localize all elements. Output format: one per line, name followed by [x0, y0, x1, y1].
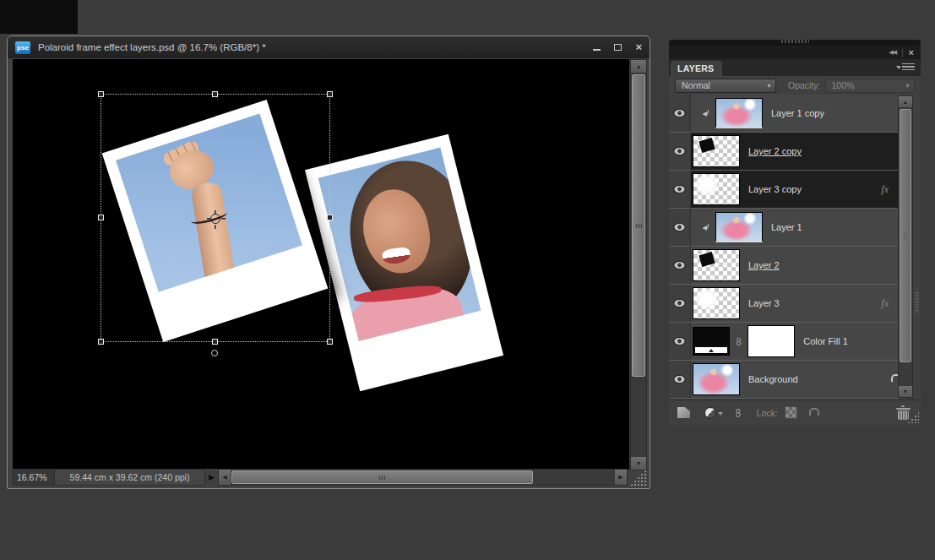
- scroll-right-button[interactable]: ▶: [615, 470, 627, 485]
- transform-handle-middle-right[interactable]: [327, 215, 333, 220]
- document-window: pse Polaroid frame effect layers.psd @ 1…: [7, 35, 650, 489]
- layer-row-layer-1[interactable]: Layer 1: [669, 209, 899, 247]
- visibility-toggle[interactable]: [669, 171, 691, 208]
- zoom-level-field[interactable]: 16.67%: [13, 469, 55, 486]
- layer-row-layer-2[interactable]: Layer 2: [669, 247, 899, 285]
- blend-mode-dropdown[interactable]: Normal ▼: [675, 79, 776, 93]
- layer-thumbnail[interactable]: [693, 249, 740, 281]
- scroll-down-button[interactable]: ▼: [631, 457, 646, 470]
- clipping-mask-arrow-icon: [701, 223, 709, 231]
- layer-name[interactable]: Layer 2: [748, 260, 780, 270]
- transform-reference-point[interactable]: [210, 214, 220, 224]
- visibility-toggle[interactable]: [669, 133, 691, 170]
- transform-handle-top-left[interactable]: [98, 91, 104, 97]
- panel-menu-icon[interactable]: [902, 63, 915, 71]
- adjustment-layer-caret-icon[interactable]: [718, 412, 723, 418]
- visibility-toggle[interactable]: [669, 361, 691, 398]
- panel-header: ◀◀ | ×: [669, 46, 921, 59]
- transform-handle-bottom-right[interactable]: [327, 339, 333, 345]
- layer-row-background[interactable]: Background: [669, 361, 899, 399]
- rotate-handle[interactable]: [211, 350, 218, 356]
- layer-effects-icon[interactable]: fx: [881, 183, 889, 196]
- document-title: Polaroid frame effect layers.psd @ 16.7%…: [38, 42, 266, 52]
- adjustment-layer-icon[interactable]: [704, 407, 716, 419]
- fill-swatch-strip: [695, 347, 727, 353]
- layer-name[interactable]: Layer 3: [748, 298, 780, 308]
- layer-thumbnail[interactable]: [693, 287, 740, 319]
- polaroid-portrait-photo[interactable]: [305, 134, 503, 391]
- chevron-down-icon: ▼: [905, 83, 911, 89]
- layer-name[interactable]: Layer 3 copy: [748, 184, 802, 194]
- white-shadow-shape: [696, 289, 718, 309]
- scroll-left-button[interactable]: ◀: [219, 470, 231, 485]
- panel-drag-grip[interactable]: [780, 40, 809, 43]
- visibility-toggle[interactable]: [669, 285, 691, 322]
- eye-icon: [673, 337, 686, 345]
- layer-row-layer-3-copy[interactable]: Layer 3 copy fx: [669, 171, 899, 209]
- menubar-remnant: [0, 0, 78, 34]
- layer-row-layer-3[interactable]: Layer 3 fx: [669, 285, 899, 323]
- layer-name[interactable]: Color Fill 1: [803, 336, 848, 346]
- vertical-scrollbar-thumb[interactable]: [632, 74, 645, 377]
- vertical-scrollbar[interactable]: ▲ ▼: [630, 59, 647, 470]
- layers-list: Layer 1 copy Layer 2 copy Layer 3 copy f…: [669, 95, 921, 400]
- scroll-down-button[interactable]: ▼: [899, 386, 912, 397]
- status-options-button[interactable]: ▶: [205, 469, 218, 486]
- transform-handle-top-middle[interactable]: [212, 91, 218, 97]
- layers-scrollbar[interactable]: ▲ ▼: [898, 95, 913, 398]
- layers-scrollbar-thumb[interactable]: [900, 109, 911, 362]
- horizontal-scrollbar[interactable]: ◀ ▶: [218, 469, 628, 486]
- document-titlebar[interactable]: pse Polaroid frame effect layers.psd @ 1…: [8, 36, 650, 58]
- visibility-toggle[interactable]: [669, 209, 691, 246]
- layer-name[interactable]: Layer 1 copy: [771, 108, 824, 118]
- layer-effects-icon[interactable]: fx: [881, 297, 889, 310]
- black-square-shape: [699, 252, 715, 267]
- fill-layer-thumbnail[interactable]: [693, 327, 730, 356]
- horizontal-scrollbar-thumb[interactable]: [231, 470, 533, 484]
- transform-handle-bottom-left[interactable]: [98, 339, 104, 345]
- panel-tab-row: LAYERS: [669, 59, 921, 76]
- scroll-up-button[interactable]: ▲: [631, 60, 646, 73]
- visibility-toggle[interactable]: [669, 247, 691, 284]
- close-button[interactable]: ×: [635, 43, 642, 52]
- panel-resize-grip[interactable]: [907, 411, 919, 423]
- scroll-up-button[interactable]: ▲: [899, 96, 912, 107]
- window-resize-grip[interactable]: [630, 470, 646, 486]
- tab-layers[interactable]: LAYERS: [671, 61, 722, 76]
- close-panel-icon[interactable]: ×: [909, 47, 914, 57]
- new-layer-icon[interactable]: [677, 407, 690, 418]
- transform-handle-bottom-middle[interactable]: [212, 339, 218, 345]
- layer-thumbnail[interactable]: [693, 173, 740, 205]
- maximize-button[interactable]: [614, 44, 622, 51]
- layer-thumbnail[interactable]: [693, 135, 740, 167]
- status-bar: 16.67% 59.44 cm x 39.62 cm (240 ppi) ▶ ◀…: [13, 469, 628, 486]
- panel-side-grip[interactable]: [915, 291, 919, 313]
- layer-name[interactable]: Layer 1: [771, 222, 802, 232]
- layer-mask-thumbnail[interactable]: [747, 325, 795, 357]
- layer-row-layer-2-copy[interactable]: Layer 2 copy: [669, 133, 899, 171]
- layer-mask-link-icon[interactable]: 8: [737, 335, 742, 348]
- header-divider: |: [901, 48, 903, 57]
- layer-row-layer-1-copy[interactable]: Layer 1 copy: [669, 95, 899, 133]
- visibility-toggle[interactable]: [669, 323, 691, 360]
- layer-thumbnail[interactable]: [715, 212, 763, 242]
- layer-row-color-fill-1[interactable]: 8 Color Fill 1: [669, 323, 899, 361]
- panel-dock-bar[interactable]: [669, 40, 921, 46]
- layer-thumbnail[interactable]: [715, 98, 763, 128]
- visibility-toggle[interactable]: [669, 95, 691, 132]
- lock-transparency-icon[interactable]: [785, 406, 797, 419]
- layer-name[interactable]: Background: [748, 374, 798, 384]
- layer-thumbnail[interactable]: [693, 363, 740, 395]
- eye-icon: [673, 185, 686, 193]
- minimize-button[interactable]: [593, 49, 601, 51]
- collapse-panel-icon[interactable]: ◀◀: [889, 49, 896, 56]
- transform-handle-middle-left[interactable]: [98, 215, 104, 220]
- opacity-dropdown[interactable]: 100% ▼: [825, 79, 915, 93]
- chevron-down-icon: ▼: [766, 83, 772, 89]
- link-layers-icon[interactable]: 8: [736, 406, 741, 420]
- delete-layer-icon[interactable]: [898, 410, 909, 420]
- eye-icon: [673, 299, 686, 307]
- transform-handle-top-right[interactable]: [327, 91, 333, 97]
- layer-name[interactable]: Layer 2 copy: [748, 146, 802, 156]
- canvas[interactable]: [13, 59, 629, 470]
